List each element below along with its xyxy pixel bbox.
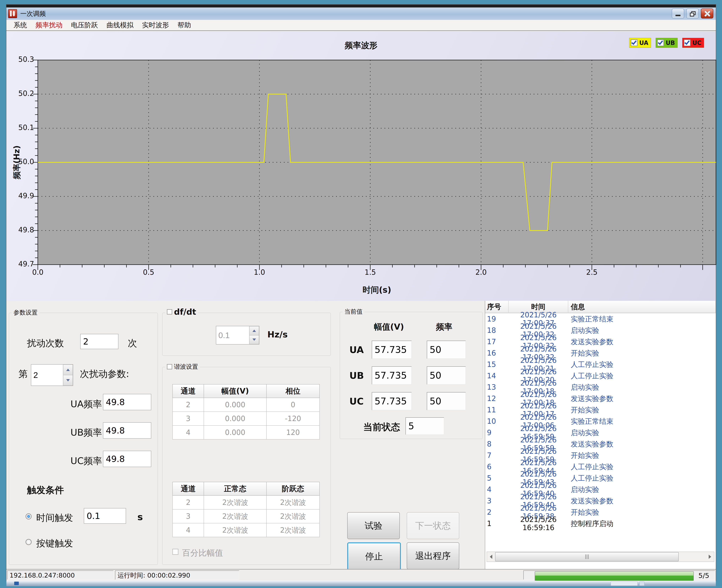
dfdt-unit-label: Hz/s: [267, 330, 288, 339]
time-trigger-radio[interactable]: [25, 513, 31, 520]
x-tick-label: 1.5: [357, 268, 384, 276]
menu-item-freq-disturb[interactable]: 频率扰动: [31, 21, 67, 30]
table-cell: 3: [173, 509, 204, 523]
log-row-message: 启动实验: [568, 326, 716, 335]
uc-visibility-checkbox[interactable]: [684, 39, 691, 46]
spinner-down-button[interactable]: [63, 375, 73, 385]
arrow-down-icon: [66, 379, 70, 381]
ua-freq-input[interactable]: [103, 394, 151, 410]
arrow-down-icon: [252, 338, 256, 341]
log-row-no: 16: [485, 349, 509, 357]
taskbar-app-icon[interactable]: [14, 582, 19, 585]
current-state-value: [405, 417, 444, 435]
chart-title: 频率波形: [345, 40, 377, 51]
close-button[interactable]: [701, 8, 713, 19]
restore-button[interactable]: [686, 8, 699, 19]
ua-visibility-checkbox[interactable]: [631, 39, 637, 46]
log-row-no: 9: [485, 428, 509, 437]
percent-amplitude-checkbox[interactable]: [172, 549, 178, 555]
current-uc-freq: [427, 392, 466, 410]
exit-button[interactable]: 退出程序: [407, 542, 459, 569]
log-row-no: 8: [485, 440, 509, 448]
current-ua-amp: [372, 341, 412, 359]
table-row: 40.000120: [173, 425, 320, 439]
nth-disturb-spinner[interactable]: [31, 364, 73, 386]
legend-label-ub: UB: [666, 39, 675, 46]
table-cell: 2次谐波: [204, 523, 267, 537]
current-ub-amp: [372, 366, 412, 384]
spinner-up-button[interactable]: [63, 364, 73, 375]
test-button[interactable]: 试验: [347, 512, 400, 539]
restore-icon: [690, 11, 695, 16]
log-rows: 192021/5/26 17:00:37实验正常结束182021/5/26 17…: [485, 313, 716, 529]
ub-visibility-checkbox[interactable]: [657, 39, 664, 46]
nth-disturb-value[interactable]: [31, 364, 63, 385]
disturb-count-label: 扰动次数: [27, 337, 64, 350]
log-row-no: 7: [485, 451, 509, 459]
menu-item-voltage-step[interactable]: 电压阶跃: [67, 21, 102, 30]
legend-label-uc: UC: [692, 39, 701, 46]
table-cell: 2次谐波: [204, 496, 267, 509]
taskbar-button[interactable]: [611, 582, 638, 586]
minimize-button[interactable]: [672, 8, 684, 19]
legend-label-ua: UA: [639, 39, 648, 46]
dfdt-spinner-down[interactable]: [250, 335, 259, 344]
scroll-right-button[interactable]: [706, 552, 714, 562]
x-tick-label: 2.0: [468, 268, 494, 276]
menu-item-help[interactable]: 帮助: [173, 21, 195, 30]
harmonic-checkbox[interactable]: [167, 364, 172, 370]
progress-bar: [535, 571, 694, 581]
column-header: 幅值(V): [204, 384, 267, 398]
window-title: 一次调频: [20, 9, 46, 18]
dfdt-group: df/dt Hz/s: [162, 313, 331, 356]
log-row-no: 13: [485, 383, 509, 391]
log-row-message: 发送实验参数: [568, 496, 716, 506]
log-horizontal-scrollbar[interactable]: [487, 552, 714, 562]
log-row-no: 12: [485, 394, 509, 403]
arrow-left-icon: [490, 554, 492, 559]
menu-item-realtime-wave[interactable]: 实时波形: [138, 21, 173, 30]
y-tick-label: 50.2: [13, 89, 34, 98]
waveform-plot: [29, 53, 722, 280]
table-row: 22次谐波2次谐波: [173, 496, 320, 509]
log-row-message: 人工停止实验: [568, 462, 716, 472]
menu-item-system[interactable]: 系统: [9, 21, 31, 30]
disturb-count-input[interactable]: [80, 334, 119, 349]
title-bar[interactable]: 一次调频: [6, 7, 716, 20]
y-axis-title: 频率(Hz): [12, 145, 22, 180]
parameter-settings-title: 参数设置: [12, 309, 39, 317]
uc-freq-input[interactable]: [103, 451, 151, 467]
taskbar: [6, 581, 716, 586]
column-header: 阶跃态: [267, 482, 320, 496]
current-ua-label: UA: [349, 344, 364, 355]
ua-freq-label: UA频率: [70, 398, 102, 411]
current-ub-freq: [427, 366, 466, 384]
menu-item-curve-sim[interactable]: 曲线模拟: [102, 21, 138, 30]
current-values-group: 当前值 幅值(V) 频率 UA UB UC 当前状态: [340, 312, 483, 439]
dfdt-label: df/dt: [174, 307, 196, 317]
table-cell: -120: [267, 412, 320, 425]
column-header: 通道: [173, 482, 204, 496]
key-trigger-label: 按键触发: [36, 537, 73, 550]
log-header-info[interactable]: 信息: [568, 301, 716, 313]
log-header-no[interactable]: 序号: [485, 301, 509, 313]
time-trigger-input[interactable]: [84, 508, 126, 524]
dfdt-checkbox[interactable]: [167, 309, 172, 315]
time-trigger-unit: s: [137, 512, 143, 522]
dfdt-value[interactable]: [216, 326, 249, 344]
ub-freq-input[interactable]: [103, 422, 151, 439]
taskbar-button-small[interactable]: [639, 582, 644, 586]
stop-button[interactable]: 停止: [347, 542, 401, 570]
frequency-waveform-chart: 频率波形 UA UB UC 49.749.849.950.050.150.250…: [6, 31, 716, 301]
dfdt-spinner[interactable]: [216, 326, 259, 344]
current-uc-label: UC: [349, 396, 364, 407]
dfdt-spinner-up[interactable]: [250, 326, 259, 335]
key-trigger-radio[interactable]: [25, 539, 31, 545]
scroll-left-button[interactable]: [487, 552, 495, 562]
table-cell: 3: [173, 412, 204, 425]
scrollbar-thumb[interactable]: [495, 552, 679, 561]
close-icon: [704, 10, 710, 17]
log-row[interactable]: 12021/5/26 16:59:16控制程序启动: [485, 518, 716, 529]
dfdt-spinner-arrows: [249, 326, 259, 344]
ub-freq-label: UB频率: [70, 426, 102, 439]
